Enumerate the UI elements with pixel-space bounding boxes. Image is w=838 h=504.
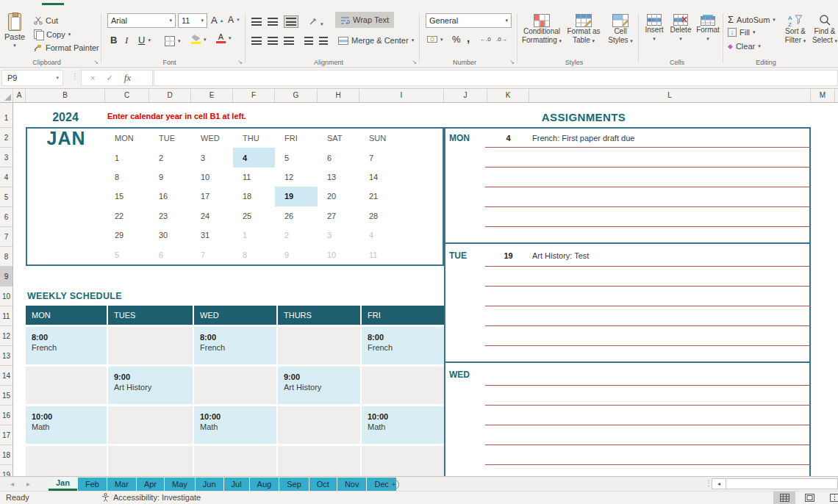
- find-select-button[interactable]: Find & Select ▾: [812, 14, 838, 46]
- select-all-corner[interactable]: [0, 89, 13, 102]
- row-header[interactable]: 5: [0, 187, 13, 207]
- schedule-cell[interactable]: [108, 327, 193, 364]
- row-header[interactable]: 3: [0, 148, 13, 168]
- assignment-line[interactable]: [485, 425, 810, 425]
- number-dialog-launcher[interactable]: ↘: [509, 59, 515, 65]
- schedule-cell[interactable]: [278, 327, 360, 364]
- calendar-day[interactable]: 12: [275, 168, 318, 187]
- schedule-cell[interactable]: 10:00Math: [26, 406, 107, 444]
- calendar-day[interactable]: 11: [233, 168, 275, 187]
- schedule-cell[interactable]: 9:00Art History: [108, 367, 193, 404]
- assignment-date-cell[interactable]: 19: [487, 246, 529, 266]
- assignment-line[interactable]: [485, 444, 810, 445]
- calendar-day-next-month[interactable]: 1: [233, 226, 275, 245]
- column-header[interactable]: J: [444, 89, 487, 102]
- calendar-day[interactable]: 29: [105, 226, 149, 245]
- calendar-day[interactable]: 25: [233, 206, 275, 226]
- row-header[interactable]: 17: [0, 425, 13, 445]
- column-header[interactable]: H: [318, 89, 359, 102]
- name-box-splitter[interactable]: ⋮: [71, 72, 79, 80]
- align-top-icon[interactable]: [251, 18, 262, 26]
- sheet-tab-apr[interactable]: Apr: [137, 478, 164, 491]
- assignment-line[interactable]: [485, 167, 810, 168]
- hscroll-left-icon[interactable]: ◂: [712, 478, 726, 489]
- cancel-icon[interactable]: ×: [90, 73, 95, 82]
- assignment-text-cell[interactable]: Art History: Test: [532, 246, 589, 266]
- calendar-day-next-month[interactable]: 10: [318, 245, 359, 264]
- column-header[interactable]: C: [105, 89, 149, 102]
- schedule-cell[interactable]: 8:00French: [362, 327, 444, 364]
- fill-button[interactable]: ↓ Fill ▾: [728, 28, 756, 37]
- delete-cells-button[interactable]: Delete ▾: [668, 14, 693, 43]
- calendar-day[interactable]: 15: [105, 187, 149, 206]
- increase-decimal-button[interactable]: ←.0: [480, 36, 491, 43]
- column-header[interactable]: G: [275, 89, 318, 102]
- row-header[interactable]: 6: [0, 207, 13, 227]
- column-header[interactable]: K: [487, 89, 529, 102]
- align-right-icon[interactable]: [284, 37, 294, 45]
- column-header[interactable]: E: [191, 89, 233, 102]
- calendar-day-next-month[interactable]: 8: [233, 245, 275, 264]
- schedule-cell[interactable]: 9:00Art History: [278, 367, 360, 404]
- calendar-day-highlighted[interactable]: 4: [233, 148, 275, 167]
- clear-button[interactable]: ◆ Clear ▾: [728, 42, 761, 51]
- calendar-day[interactable]: 13: [318, 168, 359, 187]
- calendar-day[interactable]: 22: [105, 206, 149, 226]
- assignment-line[interactable]: [485, 345, 810, 346]
- row-header[interactable]: 15: [0, 386, 13, 406]
- format-painter-button[interactable]: Format Painter: [34, 43, 99, 52]
- schedule-cell[interactable]: [26, 446, 107, 476]
- column-header[interactable]: F: [233, 89, 275, 102]
- borders-button[interactable]: ▾: [165, 36, 181, 46]
- assignment-text-cell[interactable]: French: First paper draft due: [532, 129, 634, 148]
- font-color-button[interactable]: A ▾: [216, 33, 232, 43]
- row-header[interactable]: 2: [0, 128, 13, 148]
- clipboard-dialog-launcher[interactable]: ↘: [93, 59, 99, 65]
- calendar-day-next-month[interactable]: 11: [359, 245, 443, 264]
- wrap-text-button[interactable]: Wrap Text: [335, 12, 394, 28]
- calendar-day[interactable]: 3: [191, 148, 233, 167]
- row-header[interactable]: 4: [0, 168, 13, 187]
- prev-sheet-icon[interactable]: ◂: [10, 480, 14, 488]
- calendar-day[interactable]: 23: [149, 206, 191, 226]
- assignment-line[interactable]: [485, 306, 810, 306]
- cut-button[interactable]: Cut: [34, 16, 58, 25]
- schedule-cell[interactable]: 8:00French: [26, 327, 107, 364]
- italic-button[interactable]: I: [125, 35, 128, 46]
- align-left-icon[interactable]: [251, 37, 262, 45]
- calendar-day-highlighted[interactable]: 19: [275, 187, 318, 206]
- assignment-line[interactable]: [485, 464, 810, 465]
- comma-style-button[interactable]: ,: [467, 32, 470, 44]
- merge-center-button[interactable]: Merge & Center ▾: [335, 32, 417, 48]
- sheet-tab-jun[interactable]: Jun: [196, 478, 223, 491]
- name-box[interactable]: P9 ▾: [1, 70, 63, 86]
- schedule-cell[interactable]: 10:00Math: [362, 406, 444, 444]
- schedule-cell[interactable]: [194, 367, 276, 404]
- assignment-line[interactable]: [485, 325, 810, 326]
- assignment-line[interactable]: [485, 147, 810, 148]
- copy-button[interactable]: Copy ▾: [34, 29, 71, 39]
- calendar-day-next-month[interactable]: 3: [318, 226, 359, 245]
- calendar-day[interactable]: 21: [359, 187, 443, 206]
- calendar-day-next-month[interactable]: 4: [359, 226, 443, 245]
- calendar-day[interactable]: 6: [318, 148, 359, 167]
- row-header[interactable]: 10: [0, 287, 13, 306]
- enter-check-icon[interactable]: ✓: [106, 73, 112, 83]
- assignment-line[interactable]: [485, 187, 810, 187]
- insert-function-icon[interactable]: fx: [124, 72, 131, 84]
- calendar-day[interactable]: 14: [359, 168, 443, 187]
- shrink-font-button[interactable]: A▾: [228, 15, 240, 25]
- schedule-cell[interactable]: [108, 406, 193, 444]
- schedule-cell[interactable]: [362, 367, 444, 404]
- accounting-format-button[interactable]: ▾: [427, 35, 443, 43]
- decrease-decimal-button[interactable]: .0→: [496, 36, 507, 43]
- calendar-day[interactable]: 10: [191, 168, 233, 187]
- font-size-combo[interactable]: 11 ▾: [178, 13, 207, 28]
- row-header[interactable]: 18: [0, 445, 13, 465]
- autosum-button[interactable]: Σ AutoSum ▾: [728, 14, 776, 25]
- calendar-day-next-month[interactable]: 6: [149, 245, 191, 264]
- schedule-cell[interactable]: [26, 367, 107, 404]
- sheet-tab-may[interactable]: May: [165, 478, 195, 491]
- sheet-tab-sep[interactable]: Sep: [279, 478, 309, 491]
- calendar-day[interactable]: 1: [105, 148, 149, 167]
